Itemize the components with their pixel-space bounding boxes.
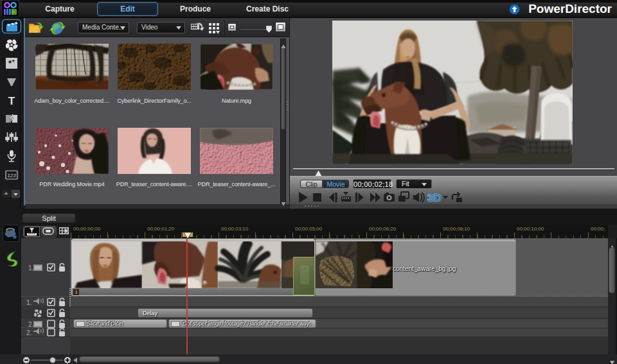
svg-text:1.: 1. — [26, 299, 31, 306]
svg-text:123: 123 — [7, 173, 16, 178]
svg-text:2.: 2. — [26, 329, 31, 336]
svg-text:1.: 1. — [28, 264, 33, 272]
svg-text:2.: 2. — [28, 321, 33, 328]
svg-text:*: * — [12, 58, 15, 65]
svg-text:T: T — [8, 95, 15, 107]
svg-text:3D: 3D — [427, 192, 442, 204]
